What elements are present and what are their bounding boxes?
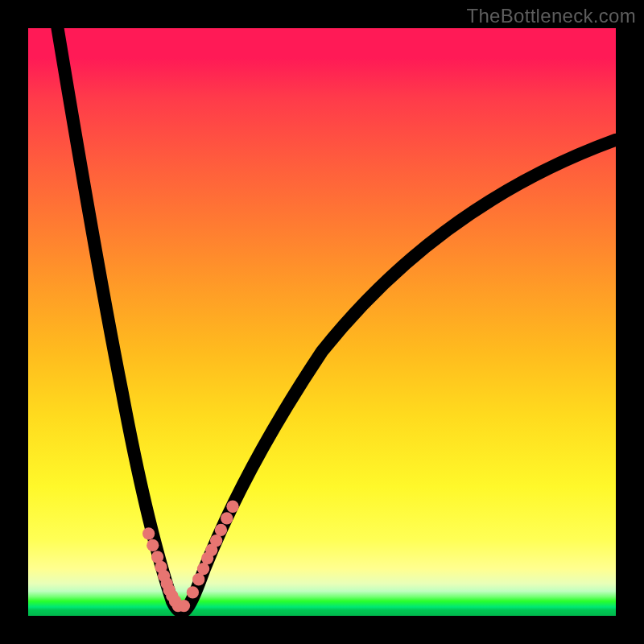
data-marker (226, 501, 238, 513)
data-marker (197, 563, 209, 575)
plot-area (28, 28, 616, 616)
watermark-text: TheBottleneck.com (466, 5, 636, 27)
chart-svg (28, 28, 616, 616)
data-marker (221, 512, 233, 524)
data-marker (187, 586, 199, 598)
bottleneck-curve-left (58, 28, 183, 612)
data-marker (142, 527, 155, 539)
data-marker (215, 524, 227, 536)
data-marker (210, 535, 222, 547)
data-marker (147, 539, 159, 551)
data-marker (192, 573, 204, 585)
bottleneck-curve-right (182, 140, 616, 612)
data-marker (178, 600, 190, 612)
marker-group (142, 501, 239, 613)
chart-container: TheBottleneck.com (0, 0, 644, 644)
